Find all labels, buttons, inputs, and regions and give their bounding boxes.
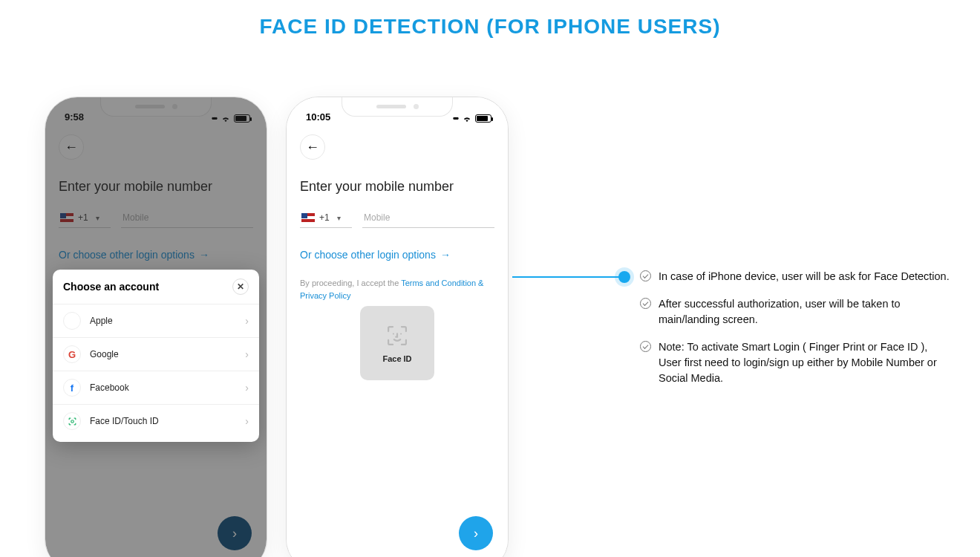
phone-mockup-faceid: 10:05 •••• ← Enter your mobile number +1…: [286, 97, 509, 557]
callout-connector: [512, 276, 620, 278]
account-option-faceid[interactable]: Face ID/Touch ID ›: [53, 404, 259, 437]
account-option-google[interactable]: GGoogle ›: [53, 337, 259, 371]
svg-point-0: [71, 420, 73, 422]
chevron-right-icon: ›: [245, 315, 249, 327]
callout-list: In case of iPhone device, user will be a…: [640, 269, 952, 398]
terms-text: By proceeding, I accept the Terms and Co…: [300, 277, 494, 302]
next-button[interactable]: ›: [459, 516, 493, 550]
callout-dot: [618, 271, 630, 283]
account-option-apple[interactable]: Apple ›: [53, 304, 259, 337]
arrow-right-icon: →: [440, 249, 451, 261]
sheet-title: Choose an account: [63, 281, 159, 293]
country-code-value: +1: [319, 212, 330, 223]
choose-account-sheet: Choose an account ✕ Apple › GGoogle › fF…: [53, 270, 259, 442]
check-icon: [640, 270, 651, 281]
svg-point-2: [400, 333, 402, 334]
check-icon: [640, 298, 651, 309]
faceid-label: Face ID: [382, 354, 411, 363]
callout-text: In case of iPhone device, user will be a…: [659, 269, 950, 284]
facebook-icon: f: [63, 379, 81, 397]
battery-icon: [475, 114, 491, 123]
phone-notch: [342, 97, 453, 117]
page-title: FACE ID DETECTION (FOR IPHONE USERS): [0, 0, 980, 46]
option-label: Google: [90, 349, 119, 359]
other-login-label: Or choose other login options: [300, 249, 436, 261]
check-icon: [640, 341, 651, 352]
callout-item: After successful authorization, user wil…: [640, 296, 952, 328]
chevron-right-icon: ›: [245, 415, 249, 427]
option-label: Facebook: [90, 382, 129, 393]
option-label: Apple: [90, 316, 113, 326]
faceid-icon: [63, 412, 81, 430]
callout-text: After successful authorization, user wil…: [659, 296, 952, 328]
wifi-icon: [462, 115, 472, 123]
chevron-right-icon: ›: [245, 382, 249, 394]
chevron-down-icon: ▾: [337, 214, 341, 222]
back-button[interactable]: ←: [300, 134, 325, 160]
faceid-icon: [385, 323, 410, 348]
close-button[interactable]: ✕: [232, 278, 249, 295]
callout-item: Note: To activate Smart Login ( Finger P…: [640, 339, 952, 386]
status-time: 10:05: [306, 111, 330, 123]
other-login-link[interactable]: Or choose other login options →: [300, 249, 494, 261]
chevron-right-icon: ›: [245, 348, 249, 360]
country-code-select[interactable]: +1 ▾: [300, 212, 352, 228]
chevron-right-icon: ›: [474, 526, 478, 541]
apple-icon: [63, 312, 81, 330]
callout-text: Note: To activate Smart Login ( Finger P…: [659, 339, 952, 386]
us-flag-icon: [301, 213, 315, 222]
google-icon: G: [63, 345, 81, 363]
account-option-facebook[interactable]: fFacebook ›: [53, 371, 259, 404]
option-label: Face ID/Touch ID: [90, 416, 159, 426]
mobile-input[interactable]: Mobile: [362, 212, 494, 228]
phone-mockup-accounts: 9:58 •••• ← Enter your mobile number +1 …: [45, 97, 267, 557]
faceid-prompt[interactable]: Face ID: [360, 306, 434, 380]
callout-item: In case of iPhone device, user will be a…: [640, 269, 952, 284]
screen-heading: Enter your mobile number: [300, 179, 494, 195]
cellular-icon: ••••: [453, 114, 457, 123]
svg-point-1: [393, 333, 394, 334]
